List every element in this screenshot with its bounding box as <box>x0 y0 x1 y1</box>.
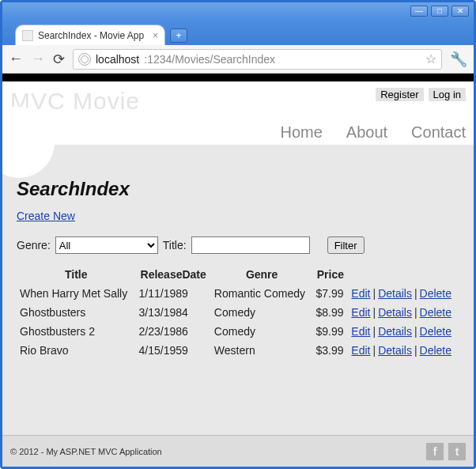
cell-genre: Romantic Comedy <box>211 284 313 303</box>
bookmark-star-icon[interactable]: ☆ <box>425 51 436 66</box>
window-maximize-button[interactable]: □ <box>431 6 448 17</box>
col-genre: Genre <box>211 265 313 284</box>
col-actions <box>348 265 459 284</box>
window-titlebar: — □ ✕ <box>2 2 474 20</box>
forward-button[interactable]: → <box>31 51 45 67</box>
close-tab-icon[interactable]: × <box>153 30 158 41</box>
url-path: :1234/Movies/SearchIndex <box>144 53 275 66</box>
browser-tab[interactable]: SearchIndex - Movie App × <box>15 25 165 45</box>
table-row: Ghostbusters3/13/1984Comedy$8.99Edit|Det… <box>17 303 459 322</box>
cell-release: 3/13/1984 <box>136 303 211 322</box>
table-row: Ghostbusters 22/23/1986Comedy$9.99Edit|D… <box>17 322 459 341</box>
cell-genre: Comedy <box>211 303 313 322</box>
title-input[interactable] <box>191 236 310 254</box>
cell-price: $8.99 <box>312 303 348 322</box>
filter-form: Genre: All Title: Filter <box>17 236 459 254</box>
cell-title: Ghostbusters 2 <box>17 322 136 341</box>
window-minimize-button[interactable]: — <box>410 6 428 17</box>
create-new-link[interactable]: Create New <box>17 210 75 222</box>
details-link[interactable]: Details <box>378 325 412 338</box>
separator: | <box>412 344 420 357</box>
browser-tab-strip: SearchIndex - Movie App × + <box>2 20 474 45</box>
separator: | <box>412 325 420 338</box>
col-price: Price <box>312 265 348 284</box>
cell-title: Ghostbusters <box>17 303 136 322</box>
cell-actions: Edit|Details|Delete <box>348 303 459 322</box>
filter-button[interactable]: Filter <box>327 236 365 254</box>
browser-toolbar: ← → ⟳ localhost:1234/Movies/SearchIndex … <box>2 45 474 74</box>
tab-title: SearchIndex - Movie App <box>38 30 144 41</box>
footer-social: f t <box>426 443 466 460</box>
cell-release: 2/23/1986 <box>136 322 211 341</box>
nav-contact[interactable]: Contact <box>411 123 466 142</box>
movies-table: Title ReleaseDate Genre Price When Harry… <box>17 265 459 360</box>
nav-about[interactable]: About <box>346 123 387 142</box>
delete-link[interactable]: Delete <box>420 287 451 300</box>
table-row: When Harry Met Sally1/11/1989Romantic Co… <box>17 284 459 303</box>
cell-actions: Edit|Details|Delete <box>348 341 459 360</box>
table-header-row: Title ReleaseDate Genre Price <box>17 265 459 284</box>
cell-title: When Harry Met Sally <box>17 284 136 303</box>
login-links: Register Log in <box>376 88 466 101</box>
table-row: Rio Bravo4/15/1959Western$3.99Edit|Detai… <box>17 341 459 360</box>
login-link[interactable]: Log in <box>429 88 466 101</box>
delete-link[interactable]: Delete <box>420 325 451 338</box>
separator: | <box>370 306 378 319</box>
facebook-icon[interactable]: f <box>426 443 444 460</box>
genre-select[interactable]: All <box>55 236 158 254</box>
col-title: Title <box>17 265 136 284</box>
favicon-icon <box>22 30 33 41</box>
window-close-button[interactable]: ✕ <box>451 6 469 17</box>
cell-title: Rio Bravo <box>17 341 136 360</box>
cell-release: 4/15/1959 <box>136 341 211 360</box>
edit-link[interactable]: Edit <box>351 325 370 338</box>
separator: | <box>412 306 420 319</box>
main-nav: Home About Contact <box>280 123 466 142</box>
site-header: MVC Movie Register Log in Home About Con… <box>2 81 474 145</box>
url-host: localhost <box>96 53 139 66</box>
page-content: SearchIndex Create New Genre: All Title:… <box>2 145 474 435</box>
cell-price: $7.99 <box>312 284 348 303</box>
details-link[interactable]: Details <box>378 306 412 319</box>
create-new-row: Create New <box>17 210 459 222</box>
details-link[interactable]: Details <box>378 344 412 357</box>
back-button[interactable]: ← <box>9 51 23 67</box>
page-viewport: MVC Movie Register Log in Home About Con… <box>2 74 474 467</box>
separator: | <box>370 287 378 300</box>
site-info-icon[interactable] <box>78 53 91 66</box>
separator: | <box>370 325 378 338</box>
edit-link[interactable]: Edit <box>351 344 370 357</box>
twitter-icon[interactable]: t <box>448 443 466 460</box>
nav-home[interactable]: Home <box>280 123 322 142</box>
new-tab-button[interactable]: + <box>170 28 187 43</box>
register-link[interactable]: Register <box>376 88 423 101</box>
page-title: SearchIndex <box>17 178 459 200</box>
separator: | <box>370 344 378 357</box>
top-black-bar <box>2 74 474 81</box>
separator: | <box>412 287 420 300</box>
reload-button[interactable]: ⟳ <box>53 51 65 68</box>
cell-release: 1/11/1989 <box>136 284 211 303</box>
edit-link[interactable]: Edit <box>351 287 370 300</box>
address-bar[interactable]: localhost:1234/Movies/SearchIndex ☆ <box>73 49 442 70</box>
delete-link[interactable]: Delete <box>420 306 451 319</box>
cell-genre: Comedy <box>211 322 313 341</box>
details-link[interactable]: Details <box>378 287 412 300</box>
delete-link[interactable]: Delete <box>420 344 451 357</box>
edit-link[interactable]: Edit <box>351 306 370 319</box>
col-release: ReleaseDate <box>136 265 211 284</box>
cell-price: $9.99 <box>312 322 348 341</box>
cell-actions: Edit|Details|Delete <box>348 322 459 341</box>
genre-label: Genre: <box>17 239 51 252</box>
settings-wrench-icon[interactable]: 🔧 <box>450 51 467 68</box>
cell-actions: Edit|Details|Delete <box>348 284 459 303</box>
footer-copyright: © 2012 - My ASP.NET MVC Application <box>10 447 162 456</box>
title-label: Title: <box>163 239 187 252</box>
site-footer: © 2012 - My ASP.NET MVC Application f t <box>2 435 474 467</box>
cell-price: $3.99 <box>312 341 348 360</box>
cell-genre: Western <box>211 341 313 360</box>
